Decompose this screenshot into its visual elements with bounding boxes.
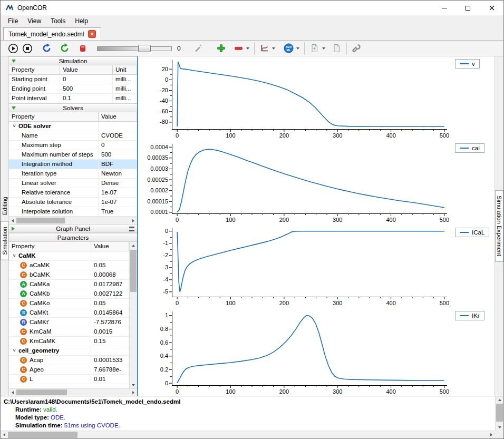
section-header-parameters[interactable]: Parameters: [9, 233, 137, 242]
scrollbar-thumb[interactable]: [496, 404, 503, 422]
mode-tab-simulation[interactable]: Simulation: [1, 221, 9, 260]
solvers-horizontal-scrollbar[interactable]: [9, 217, 137, 224]
simulation-property-row[interactable]: Point interval0.1milli...: [9, 94, 137, 103]
scroll-left-button[interactable]: [9, 217, 16, 224]
solver-property-row[interactable]: Interpolate solutionTrue: [9, 207, 137, 217]
solver-property-row[interactable]: Absolute tolerance1e-07: [9, 198, 137, 207]
menu-help[interactable]: Help: [70, 16, 93, 26]
minimize-button[interactable]: [432, 1, 456, 15]
parameter-row[interactable]: SCaMKt0.0145864: [9, 308, 129, 318]
parameter-row[interactable]: ACaMKa0.0172987: [9, 280, 129, 289]
save-graph-button[interactable]: [329, 42, 344, 55]
menu-file[interactable]: File: [3, 16, 23, 26]
section-header-simulation[interactable]: Simulation: [9, 56, 137, 65]
graph-panel-settings-dropdown-icon[interactable]: [272, 47, 275, 50]
menu-view[interactable]: View: [23, 16, 46, 26]
chart-IKr[interactable]: 010020030040050010.80.60.40.20: [138, 308, 450, 396]
chevron-down-icon[interactable]: >: [9, 254, 18, 259]
console-vertical-scrollbar[interactable]: [495, 396, 503, 431]
solver-property-row[interactable]: Relative tolerance1e-07: [9, 188, 137, 198]
solver-property-row[interactable]: Maximum number of steps500: [9, 150, 137, 160]
expand-arrow-icon[interactable]: [12, 227, 15, 231]
parameter-group-row[interactable]: >CaMK: [9, 251, 129, 261]
legend-line-icon: [460, 315, 469, 316]
collapse-arrow-icon[interactable]: [12, 106, 16, 110]
stop-simulation-button[interactable]: [20, 42, 34, 55]
chart-ICaL[interactable]: 01002003004005000-1-2-3-4-5: [138, 225, 450, 308]
section-header-graph-panel[interactable]: Graph Panel: [9, 224, 137, 233]
parameter-row[interactable]: CCaMKo0.05: [9, 299, 129, 308]
export-data-button[interactable]: [307, 42, 322, 55]
reset-state-button[interactable]: [40, 42, 54, 55]
scroll-down-button[interactable]: [496, 424, 503, 431]
parameter-row[interactable]: CAcap0.0001533: [9, 356, 129, 365]
remove-graph-panel-button[interactable]: [231, 42, 246, 55]
scroll-left-button[interactable]: [9, 389, 16, 396]
parameter-row[interactable]: CKmCaM0.0015: [9, 327, 129, 337]
chart-v[interactable]: 0100200300400500200-20-40-60-80: [138, 56, 450, 141]
chevron-down-icon[interactable]: >: [9, 349, 18, 354]
scrollbar-thumb[interactable]: [16, 389, 67, 395]
console-horizontal-scrollbar[interactable]: [1, 431, 495, 438]
parameter-row[interactable]: ACaMKb0.0027122: [9, 289, 129, 299]
clear-results-button[interactable]: [75, 42, 90, 55]
scrollbar-thumb[interactable]: [130, 250, 137, 292]
solver-property-row[interactable]: Maximum step0: [9, 141, 137, 150]
parameter-row[interactable]: RCaMKt'-7.572876: [9, 318, 129, 327]
simulation-wizard-button[interactable]: [191, 42, 206, 55]
legend-ICaL[interactable]: ICaL: [455, 228, 489, 237]
add-graph-panel-button[interactable]: [214, 42, 228, 55]
sedml-dropdown-icon[interactable]: [296, 47, 299, 50]
parameter-row[interactable]: CbCaMK0.00068: [9, 270, 129, 280]
parameters-horizontal-scrollbar[interactable]: [9, 388, 137, 396]
remove-graph-panel-dropdown-icon[interactable]: [246, 47, 249, 50]
scroll-down-button[interactable]: [130, 382, 137, 388]
simulation-property-row[interactable]: Ending point500milli...: [9, 84, 137, 94]
export-data-dropdown-icon[interactable]: [322, 47, 325, 50]
reset-parameters-button[interactable]: [57, 42, 72, 55]
preferences-button[interactable]: [350, 42, 364, 55]
scroll-right-button[interactable]: [130, 389, 137, 396]
tab-close-button[interactable]: [88, 30, 96, 38]
scroll-right-button[interactable]: [130, 217, 137, 224]
parameter-value: -7.572876: [91, 318, 129, 327]
parameters-vertical-scrollbar[interactable]: [129, 242, 137, 388]
scroll-left-button[interactable]: [1, 432, 8, 438]
close-button[interactable]: [480, 1, 503, 15]
section-header-solvers[interactable]: Solvers: [9, 103, 137, 112]
menu-tools[interactable]: Tools: [46, 16, 70, 26]
ode-solver-group-row[interactable]: >ODE solver: [9, 122, 137, 131]
solver-property-row[interactable]: Linear solverDense: [9, 179, 137, 188]
parameter-row[interactable]: CAgeo7.66788e-: [9, 365, 129, 375]
parameter-group-row[interactable]: >cell_geometry: [9, 346, 129, 356]
sedml-export-button[interactable]: SEDML: [282, 42, 296, 55]
delay-slider[interactable]: [97, 44, 172, 53]
parameter-row[interactable]: CaCaMK0.05: [9, 261, 129, 270]
run-simulation-button[interactable]: [6, 42, 20, 55]
graph-panel-menu-icon[interactable]: [129, 227, 134, 231]
legend-v[interactable]: v: [455, 59, 480, 69]
legend-IKr[interactable]: IKr: [455, 311, 484, 320]
solver-property-row[interactable]: Iteration typeNewton: [9, 169, 137, 179]
parameter-row[interactable]: CKmCaMK0.15: [9, 337, 129, 346]
scroll-right-button[interactable]: [488, 432, 495, 438]
collapse-arrow-icon[interactable]: [12, 60, 16, 63]
console-line-label: Model type:: [15, 414, 49, 421]
solver-property-row[interactable]: NameCVODE: [9, 131, 137, 141]
scrollbar-thumb[interactable]: [8, 432, 77, 438]
maximize-button[interactable]: [456, 1, 480, 15]
scroll-up-button[interactable]: [496, 396, 503, 403]
slider-handle[interactable]: [138, 45, 151, 52]
mode-tab-editing[interactable]: Editing: [1, 192, 8, 220]
chevron-down-icon[interactable]: >: [9, 124, 18, 129]
simulation-property-row[interactable]: Starting point0milli...: [9, 75, 137, 84]
chart-cai[interactable]: 01002003004005000.00040.000350.00030.000…: [138, 141, 450, 225]
scrollbar-thumb[interactable]: [16, 218, 65, 223]
tab-tomek-model-endo[interactable]: Tomek_model_endo.sedml: [3, 27, 101, 40]
legend-cai[interactable]: cai: [455, 143, 484, 153]
parameter-row[interactable]: CL0.01: [9, 375, 129, 384]
scroll-up-button[interactable]: [130, 242, 137, 249]
view-tab-simulation-experiment[interactable]: Simulation Experiment: [495, 190, 503, 261]
graph-panel-settings-button[interactable]: [257, 42, 272, 55]
solver-property-row[interactable]: Integration methodBDF: [9, 160, 137, 169]
